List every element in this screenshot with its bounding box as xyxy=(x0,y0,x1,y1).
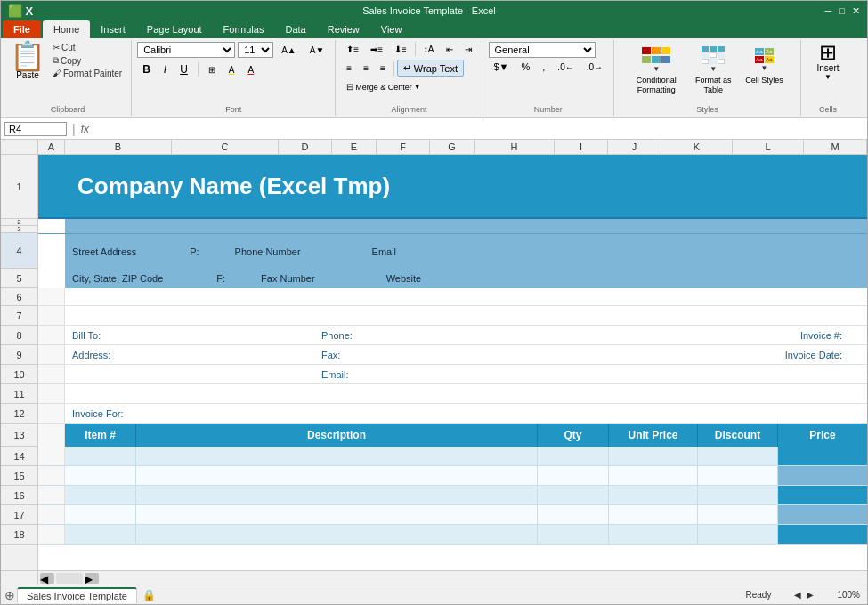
col-header-f[interactable]: F xyxy=(377,140,430,154)
col-header-g[interactable]: G xyxy=(430,140,475,154)
decrease-decimal-button[interactable]: .0→ xyxy=(581,60,608,74)
row-header-15[interactable]: 15 xyxy=(1,466,37,486)
sheet-tab-sales-invoice[interactable]: Sales Invoice Template xyxy=(17,587,137,603)
col-header-a[interactable]: A xyxy=(38,140,65,154)
col-header-j[interactable]: J xyxy=(608,140,661,154)
col-header-l[interactable]: L xyxy=(733,140,804,154)
row-header-3[interactable]: 3 xyxy=(1,226,37,233)
text-direction-button[interactable]: ↕A xyxy=(418,43,440,56)
wrap-text-button[interactable]: ↵ Wrap Text xyxy=(397,60,464,77)
align-left-button[interactable]: ≡ xyxy=(341,61,357,75)
decrease-font-size-btn[interactable]: A▼ xyxy=(304,44,330,57)
close-btn[interactable]: ✕ xyxy=(852,5,860,17)
row-header-11[interactable]: 11 xyxy=(1,384,37,404)
invoice-row-17[interactable] xyxy=(38,505,867,525)
bill-to-row[interactable]: Bill To: Phone: Invoice #: xyxy=(38,326,867,345)
formula-input[interactable] xyxy=(93,124,864,134)
comma-button[interactable]: , xyxy=(537,60,550,74)
copy-button[interactable]: ⧉ Copy xyxy=(49,54,126,67)
scroll-left-small[interactable]: ◀ xyxy=(794,590,801,600)
company-name[interactable]: Company Name (Excel Tmp) xyxy=(65,164,867,209)
company-banner-row[interactable]: Company Name (Excel Tmp) xyxy=(38,155,867,219)
sheet-verify-icon[interactable]: 🔒 xyxy=(142,589,156,601)
tab-file[interactable]: File xyxy=(3,20,41,38)
insert-dropdown-icon[interactable]: ▼ xyxy=(824,73,831,81)
increase-font-size-btn[interactable]: A▲ xyxy=(276,44,302,57)
row-header-17[interactable]: 17 xyxy=(1,505,37,525)
col-header-m[interactable]: M xyxy=(804,140,867,154)
invoice-row-15[interactable] xyxy=(38,466,867,486)
tab-review[interactable]: Review xyxy=(317,20,370,38)
invoice-row-18[interactable] xyxy=(38,525,867,544)
indent-increase-button[interactable]: ⇥ xyxy=(459,43,477,56)
row-header-12[interactable]: 12 xyxy=(1,404,37,424)
insert-button[interactable]: ⊞ Insert ▼ xyxy=(817,42,840,81)
invoice-row-14[interactable] xyxy=(38,447,867,466)
address-row-1[interactable]: Street Address P: Phone Number Email xyxy=(38,233,867,269)
merge-center-button[interactable]: ⊟ Merge & Center ▼ xyxy=(341,80,426,93)
font-color-button[interactable]: A xyxy=(243,63,260,77)
bold-button[interactable]: B xyxy=(137,61,156,77)
align-center-button[interactable]: ≡ xyxy=(358,61,374,75)
col-header-d[interactable]: D xyxy=(279,140,332,154)
paste-button[interactable]: 📋 Paste xyxy=(10,42,45,80)
italic-button[interactable]: I xyxy=(158,61,172,77)
row-header-8[interactable]: 8 xyxy=(1,326,37,345)
scroll-right-small[interactable]: ▶ xyxy=(807,590,814,600)
row-header-16[interactable]: 16 xyxy=(1,486,37,505)
tab-home[interactable]: Home xyxy=(43,20,90,38)
format-as-table-button[interactable]: ▼ Format as Table xyxy=(686,42,740,97)
col-header-i[interactable]: I xyxy=(555,140,608,154)
scroll-left-arrow[interactable]: ◀ xyxy=(40,573,54,584)
tab-insert[interactable]: Insert xyxy=(90,20,136,38)
format-painter-button[interactable]: 🖌 Format Painter xyxy=(49,68,126,79)
row-header-6[interactable]: 6 xyxy=(1,288,37,306)
col-header-e[interactable]: E xyxy=(332,140,377,154)
tab-formulas[interactable]: Formulas xyxy=(213,20,275,38)
row-header-4[interactable]: 4 xyxy=(1,233,37,269)
underline-button[interactable]: U xyxy=(174,61,193,77)
row-header-1[interactable]: 1 xyxy=(1,155,37,219)
align-middle-button[interactable]: ➡≡ xyxy=(365,43,388,56)
fill-color-button[interactable]: A xyxy=(223,63,240,77)
font-family-select[interactable]: Calibri xyxy=(137,42,235,58)
merge-dropdown-icon[interactable]: ▼ xyxy=(414,83,421,91)
font-size-select[interactable]: 11 xyxy=(238,42,273,58)
conditional-formatting-button[interactable]: ▼ Conditional Formatting xyxy=(629,42,683,97)
email-row[interactable]: Email: xyxy=(38,365,867,384)
percent-button[interactable]: % xyxy=(516,60,536,74)
cell-reference-input[interactable] xyxy=(4,122,67,136)
h-scroll-thumb[interactable] xyxy=(56,573,83,584)
address-invoice-row[interactable]: Address: Fax: Invoice Date: xyxy=(38,345,867,365)
row-header-7[interactable]: 7 xyxy=(1,306,37,326)
tab-data[interactable]: Data xyxy=(274,20,316,38)
invoice-row-16[interactable] xyxy=(38,486,867,505)
border-button[interactable]: ⊞ xyxy=(203,63,221,77)
col-header-b[interactable]: B xyxy=(65,140,172,154)
align-top-button[interactable]: ⬆≡ xyxy=(341,43,364,56)
maximize-btn[interactable]: □ xyxy=(839,5,845,17)
tab-view[interactable]: View xyxy=(370,20,413,38)
blank-row-7[interactable] xyxy=(38,306,867,326)
col-header-c[interactable]: C xyxy=(172,140,279,154)
number-format-select[interactable]: General xyxy=(489,42,596,58)
row-header-9[interactable]: 9 xyxy=(1,345,37,365)
align-bottom-button[interactable]: ⬇≡ xyxy=(389,43,412,56)
cut-button[interactable]: ✂ Cut xyxy=(49,42,126,53)
scroll-right-arrow[interactable]: ▶ xyxy=(85,573,99,584)
row-header-18[interactable]: 18 xyxy=(1,525,37,544)
blank-row-6[interactable] xyxy=(38,288,867,306)
minimize-btn[interactable]: ─ xyxy=(825,5,832,17)
address-row-2[interactable]: City, State, ZIP Code F: Fax Number Webs… xyxy=(38,269,867,288)
h-scrollbar[interactable]: ◀ ▶ xyxy=(1,570,867,585)
tab-page-layout[interactable]: Page Layout xyxy=(136,20,213,38)
invoice-for-row[interactable]: Invoice For: xyxy=(38,404,867,424)
col-header-k[interactable]: K xyxy=(661,140,733,154)
increase-decimal-button[interactable]: .0← xyxy=(552,60,579,74)
row-header-13[interactable]: 13 xyxy=(1,424,37,447)
select-all-button[interactable] xyxy=(1,140,38,154)
add-sheet-button[interactable]: ⊕ xyxy=(4,588,15,602)
row-header-14[interactable]: 14 xyxy=(1,447,37,466)
indent-decrease-button[interactable]: ⇤ xyxy=(441,43,458,56)
blank-row-11[interactable] xyxy=(38,384,867,404)
